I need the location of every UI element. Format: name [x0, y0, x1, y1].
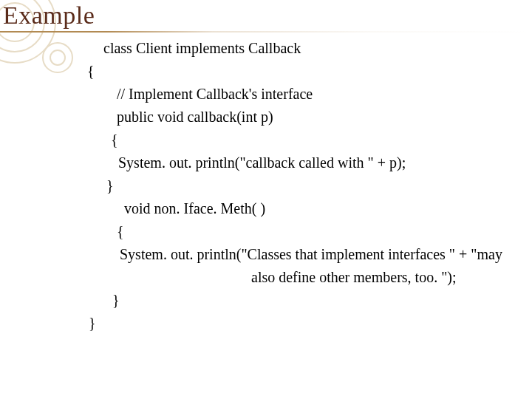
- code-line: {: [0, 129, 532, 151]
- code-line: also define other members, too. ");: [0, 266, 532, 289]
- code-line: // Implement Callback's interface: [0, 83, 532, 106]
- code-line: public void callback(int p): [0, 106, 532, 129]
- code-line: }: [0, 174, 532, 197]
- slide-title: Example: [3, 1, 95, 30]
- code-line: class Client implements Callback: [0, 37, 532, 60]
- title-underline: [0, 31, 532, 33]
- code-line: {: [0, 220, 532, 243]
- code-block: class Client implements Callback { // Im…: [0, 37, 532, 335]
- code-line: System. out. println("Classes that imple…: [0, 243, 532, 266]
- code-line: }: [0, 312, 532, 335]
- code-line: System. out. println("callback called wi…: [0, 151, 532, 174]
- code-line: void non. Iface. Meth( ): [0, 197, 532, 220]
- code-line: {: [0, 60, 532, 83]
- code-line: }: [0, 289, 532, 312]
